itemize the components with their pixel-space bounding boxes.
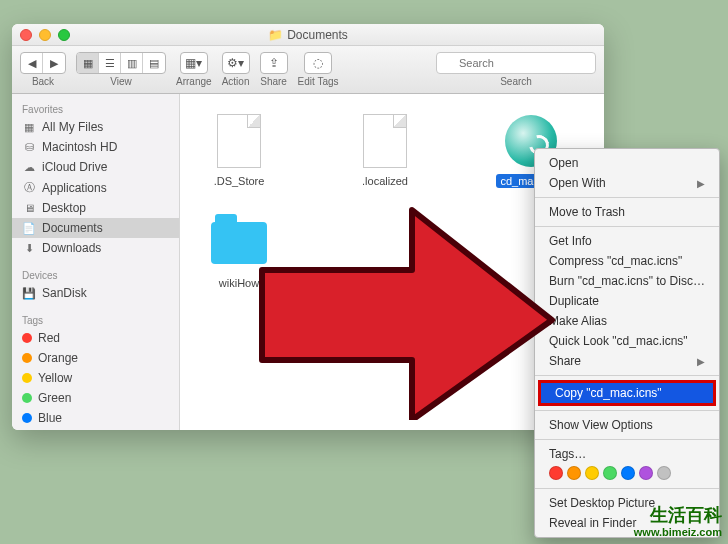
sidebar-item-sandisk[interactable]: 💾SanDisk xyxy=(12,283,179,303)
view-label: View xyxy=(110,76,132,87)
finder-window: 📁Documents ◀ ▶ Back ▦ ☰ ▥ ▤ View ▦▾ Arra… xyxy=(12,24,604,430)
tag-gray-button[interactable] xyxy=(657,466,671,480)
back-forward: ◀ ▶ xyxy=(20,52,66,74)
context-menu: Open Open With▶ Move to Trash Get Info C… xyxy=(534,148,720,538)
close-window-button[interactable] xyxy=(20,29,32,41)
ctx-duplicate[interactable]: Duplicate xyxy=(535,291,719,311)
document-icon xyxy=(363,114,407,168)
ctx-quick-look[interactable]: Quick Look "cd_mac.icns" xyxy=(535,331,719,351)
ctx-open-with[interactable]: Open With▶ xyxy=(535,173,719,193)
list-view-button[interactable]: ☰ xyxy=(99,53,121,73)
window-title: 📁Documents xyxy=(12,28,604,42)
desktop-icon: 🖥 xyxy=(22,202,36,214)
ctx-separator xyxy=(535,410,719,411)
ctx-make-alias[interactable]: Make Alias xyxy=(535,311,719,331)
sidebar-tag-green[interactable]: Green xyxy=(12,388,179,408)
ctx-separator xyxy=(535,488,719,489)
cloud-icon: ☁ xyxy=(22,161,36,174)
sidebar-tag-red[interactable]: Red xyxy=(12,328,179,348)
documents-icon: 📄 xyxy=(22,222,36,235)
hdd-icon: ⛁ xyxy=(22,141,36,154)
sidebar-tag-yellow[interactable]: Yellow xyxy=(12,368,179,388)
submenu-arrow-icon: ▶ xyxy=(697,356,705,367)
tag-red-button[interactable] xyxy=(549,466,563,480)
action-button[interactable]: ⚙▾ xyxy=(222,52,250,74)
sidebar-section-devices: Devices xyxy=(12,266,179,283)
sidebar-item-downloads[interactable]: ⬇Downloads xyxy=(12,238,179,258)
edit-tags-group: ◌ Edit Tags xyxy=(298,52,339,87)
ctx-copy[interactable]: Copy "cd_mac.icns" xyxy=(541,383,713,403)
view-group: ▦ ☰ ▥ ▤ View xyxy=(76,52,166,87)
apps-icon: Ⓐ xyxy=(22,180,36,195)
icon-view-button[interactable]: ▦ xyxy=(77,53,99,73)
file-item[interactable]: .localized xyxy=(342,112,428,188)
file-label: .localized xyxy=(358,174,412,188)
tag-dot-orange xyxy=(22,353,32,363)
sidebar-tag-orange[interactable]: Orange xyxy=(12,348,179,368)
tag-dot-red xyxy=(22,333,32,343)
back-forward-group: ◀ ▶ Back xyxy=(20,52,66,87)
ctx-compress[interactable]: Compress "cd_mac.icns" xyxy=(535,251,719,271)
file-label: .DS_Store xyxy=(210,174,269,188)
sidebar: Favorites ▦All My Files ⛁Macintosh HD ☁i… xyxy=(12,94,180,430)
tag-purple-button[interactable] xyxy=(639,466,653,480)
file-label: wikiHow xyxy=(215,276,263,290)
tag-dot-blue xyxy=(22,413,32,423)
search-group: 🔍 Search xyxy=(436,52,596,87)
tag-orange-button[interactable] xyxy=(567,466,581,480)
forward-button[interactable]: ▶ xyxy=(43,53,65,73)
ctx-burn[interactable]: Burn "cd_mac.icns" to Disc… xyxy=(535,271,719,291)
zoom-window-button[interactable] xyxy=(58,29,70,41)
sidebar-section-tags: Tags xyxy=(12,311,179,328)
highlight-box: Copy "cd_mac.icns" xyxy=(538,380,716,406)
tag-blue-button[interactable] xyxy=(621,466,635,480)
sidebar-tag-blue[interactable]: Blue xyxy=(12,408,179,428)
window-controls xyxy=(20,29,70,41)
gallery-view-button[interactable]: ▤ xyxy=(143,53,165,73)
file-item[interactable]: wikiHow xyxy=(196,214,282,290)
ctx-separator xyxy=(535,439,719,440)
folder-icon: 📁 xyxy=(268,28,283,42)
ctx-open[interactable]: Open xyxy=(535,153,719,173)
ctx-show-view-options[interactable]: Show View Options xyxy=(535,415,719,435)
edit-tags-button[interactable]: ◌ xyxy=(304,52,332,74)
titlebar: 📁Documents xyxy=(12,24,604,46)
watermark: 生活百科 www.bimeiz.com xyxy=(634,506,722,538)
ctx-share[interactable]: Share▶ xyxy=(535,351,719,371)
search-input[interactable] xyxy=(436,52,596,74)
tag-green-button[interactable] xyxy=(603,466,617,480)
document-icon xyxy=(217,114,261,168)
ctx-separator xyxy=(535,375,719,376)
arrange-group: ▦▾ Arrange xyxy=(176,52,212,87)
sidebar-item-icloud-drive[interactable]: ☁iCloud Drive xyxy=(12,157,179,177)
ctx-move-to-trash[interactable]: Move to Trash xyxy=(535,202,719,222)
column-view-button[interactable]: ▥ xyxy=(121,53,143,73)
ctx-get-info[interactable]: Get Info xyxy=(535,231,719,251)
minimize-window-button[interactable] xyxy=(39,29,51,41)
folder-icon xyxy=(211,222,267,264)
file-item[interactable]: .DS_Store xyxy=(196,112,282,188)
sidebar-item-applications[interactable]: ⒶApplications xyxy=(12,177,179,198)
submenu-arrow-icon: ▶ xyxy=(697,178,705,189)
action-group: ⚙▾ Action xyxy=(222,52,250,87)
view-switcher: ▦ ☰ ▥ ▤ xyxy=(76,52,166,74)
sd-icon: 💾 xyxy=(22,287,36,300)
tag-dot-green xyxy=(22,393,32,403)
sidebar-item-all-my-files[interactable]: ▦All My Files xyxy=(12,117,179,137)
back-button[interactable]: ◀ xyxy=(21,53,43,73)
downloads-icon: ⬇ xyxy=(22,242,36,255)
arrange-button[interactable]: ▦▾ xyxy=(180,52,208,74)
ctx-separator xyxy=(535,226,719,227)
ctx-tags[interactable]: Tags… xyxy=(535,444,719,464)
sidebar-item-documents[interactable]: 📄Documents xyxy=(12,218,179,238)
ctx-separator xyxy=(535,197,719,198)
tag-yellow-button[interactable] xyxy=(585,466,599,480)
sidebar-item-macintosh-hd[interactable]: ⛁Macintosh HD xyxy=(12,137,179,157)
tag-dot-yellow xyxy=(22,373,32,383)
sidebar-section-favorites: Favorites xyxy=(12,100,179,117)
share-button[interactable]: ⇪ xyxy=(260,52,288,74)
toolbar: ◀ ▶ Back ▦ ☰ ▥ ▤ View ▦▾ Arrange ⚙▾ Acti… xyxy=(12,46,604,94)
sidebar-item-desktop[interactable]: 🖥Desktop xyxy=(12,198,179,218)
all-my-files-icon: ▦ xyxy=(22,121,36,134)
back-label: Back xyxy=(32,76,54,87)
